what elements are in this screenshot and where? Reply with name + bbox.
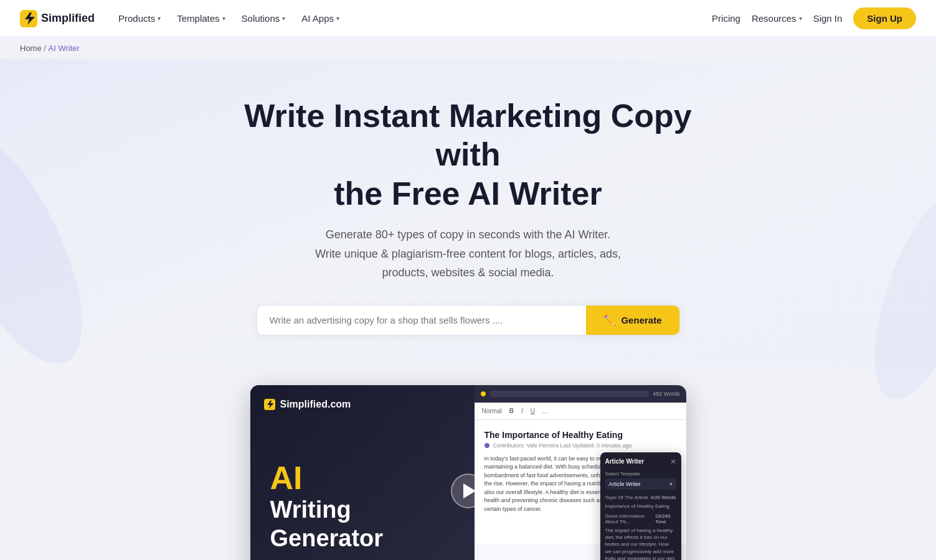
breadcrumb-current: AI Writer [49,44,80,53]
video-title-rest: WritingGenerator [270,496,455,553]
format-more: ... [540,406,550,416]
panel-topic-row: Topic Of The Article 4/20 Words [605,495,676,500]
logo-link[interactable]: Simplified [20,10,95,27]
panel-select-label: Select Template [605,471,676,477]
video-logo-icon [264,399,275,410]
video-right-panel: 482 Words Normal B I U ... The Importanc… [475,385,686,560]
format-normal: Normal [480,406,504,416]
pen-icon: ✏️ [603,314,616,326]
sign-in-link[interactable]: Sign In [813,13,843,24]
breadcrumb-separator: / [44,44,46,53]
hero-heading: Write Instant Marketing Copy with the Fr… [244,96,693,213]
toolbar-dot-yellow [481,391,486,396]
generate-button[interactable]: ✏️ Generate [586,306,679,335]
nav-right: Pricing Resources ▾ Sign In Sign Up [712,7,916,29]
ai-apps-chevron-icon: ▾ [336,15,339,22]
panel-info-text: The impact of having a healthy diet, the… [605,527,676,560]
panel-header: Article Writer ✕ [605,457,676,466]
video-container: Simplified.com AI WritingGenerator 482 W… [250,385,686,560]
products-chevron-icon: ▾ [158,15,161,22]
doc-title: The Importance of Healthy Eating [485,430,676,440]
resources-chevron-icon: ▾ [799,15,802,22]
doc-meta-text: Contributors: Vale Ferreira Last Updated… [493,442,632,449]
hero-section: Write Instant Marketing Copy with the Fr… [0,59,936,366]
article-writer-panel: Article Writer ✕ Select Template Article… [600,452,681,560]
nav-solutions[interactable]: Solutions ▾ [235,8,292,29]
panel-chevron-icon: ▾ [669,481,673,487]
brand-name: Simplified [41,12,95,25]
panel-template-select[interactable]: Article Writer ▾ [605,478,676,490]
doc-meta-dot [485,443,489,448]
breadcrumb-home[interactable]: Home [20,44,42,53]
panel-close-icon[interactable]: ✕ [670,457,676,466]
doc-toolbar: 482 Words [475,385,686,403]
hero-subtext: Generate 80+ types of copy in seconds wi… [281,225,655,282]
panel-topic-text: Importance of Healthy Eating [605,503,676,510]
panel-title: Article Writer [605,458,645,465]
nav-products[interactable]: Products ▾ [112,8,167,29]
nav-links: Products ▾ Templates ▾ Solutions ▾ AI Ap… [112,8,712,29]
video-title-ai: AI [270,460,455,496]
format-underline: U [528,406,537,416]
video-logo-text: Simplified.com [280,399,351,410]
video-section: Simplified.com AI WritingGenerator 482 W… [0,366,936,560]
breadcrumb: Home / AI Writer [0,37,936,59]
panel-selected-option: Article Writer [609,481,641,487]
format-bold: B [507,406,516,416]
search-input[interactable] [257,306,587,334]
nav-ai-apps[interactable]: AI Apps ▾ [295,8,346,29]
logo-icon [20,10,37,27]
nav-templates[interactable]: Templates ▾ [171,8,231,29]
word-count-badge: 482 Words [653,391,679,397]
hero-heading-line1: Write Instant Marketing Copy with [244,98,691,172]
nav-pricing[interactable]: Pricing [712,13,740,24]
video-left-panel: Simplified.com AI WritingGenerator [250,385,475,560]
templates-chevron-icon: ▾ [222,15,225,22]
play-triangle-icon [463,483,476,498]
sign-up-button[interactable]: Sign Up [853,7,916,29]
panel-info-row: Some Information About Thi... 29/240 Ton… [605,513,676,525]
search-bar: ✏️ Generate [257,305,680,335]
navbar: Simplified Products ▾ Templates ▾ Soluti… [0,0,936,37]
doc-format-bar: Normal B I U ... [475,403,686,420]
hero-heading-line2: the Free AI Writer [334,175,602,212]
video-logo: Simplified.com [264,399,351,410]
toolbar-bar [489,391,650,397]
solutions-chevron-icon: ▾ [282,15,285,22]
doc-meta: Contributors: Vale Ferreira Last Updated… [485,442,676,449]
nav-resources[interactable]: Resources ▾ [752,13,802,24]
format-italic: I [519,406,526,416]
